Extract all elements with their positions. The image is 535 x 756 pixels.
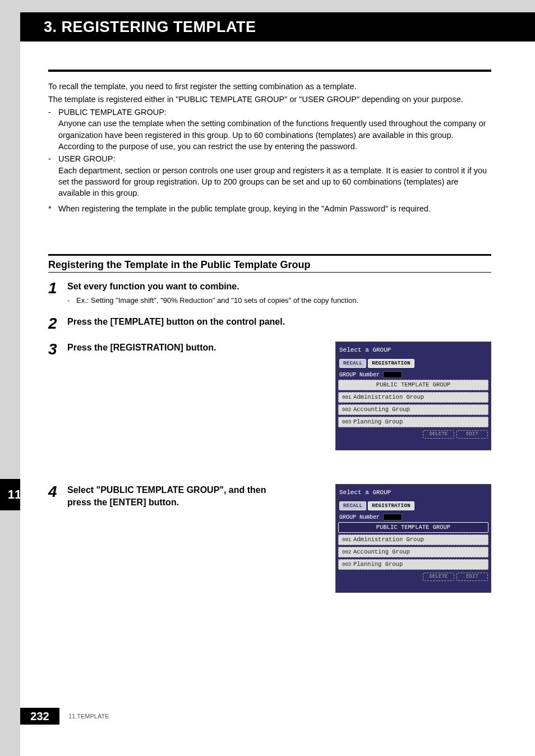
section-rule bbox=[48, 254, 491, 256]
step-2: 2 Press the [TEMPLATE] button on the con… bbox=[48, 316, 491, 331]
step-number: 1 bbox=[48, 280, 67, 306]
footer-chapter: 11.TEMPLATE bbox=[68, 713, 109, 720]
panel-buttons: DELETE EDIT bbox=[336, 429, 491, 439]
bullet-public-group: - PUBLIC TEMPLATE GROUP: Anyone can use … bbox=[48, 107, 491, 152]
step-2-head: Press the [TEMPLATE] button on the contr… bbox=[67, 316, 292, 328]
group-item-002[interactable]: 002Accounting Group bbox=[338, 547, 488, 557]
page-number: 232 bbox=[20, 708, 59, 725]
page-footer: 232 11.TEMPLATE bbox=[20, 708, 535, 725]
step-number: 3 bbox=[48, 342, 67, 450]
step-number: 2 bbox=[48, 316, 67, 331]
group-item-001[interactable]: 001Administration Group bbox=[338, 534, 488, 545]
step-3: 3 Press the [REGISTRATION] button. Selec… bbox=[48, 342, 491, 450]
group-list: PUBLIC TEMPLATE GROUP 001Administration … bbox=[336, 522, 491, 570]
group-list: PUBLIC TEMPLATE GROUP 001Administration … bbox=[336, 380, 491, 427]
step-1: 1 Set every function you want to combine… bbox=[48, 280, 491, 306]
bullet-user-label: USER GROUP: bbox=[58, 153, 116, 164]
page: 3. REGISTERING TEMPLATE To recall the te… bbox=[20, 12, 535, 756]
bullet-dash-icon: - bbox=[48, 153, 58, 164]
step-3-head: Press the [REGISTRATION] button. bbox=[67, 342, 324, 354]
delete-button[interactable]: DELETE bbox=[423, 430, 454, 439]
panel-title: Select a GROUP bbox=[336, 342, 491, 359]
bullet-user-body: Each department, section or person contr… bbox=[48, 165, 491, 199]
group-item-001[interactable]: 001Administration Group bbox=[338, 392, 488, 403]
edit-button[interactable]: EDIT bbox=[456, 430, 488, 439]
intro-paragraph-2: The template is registered either in "PU… bbox=[48, 94, 491, 105]
tab-recall[interactable]: RECALL bbox=[339, 359, 366, 368]
page-background: 11 3. REGISTERING TEMPLATE To recall the… bbox=[0, 0, 535, 756]
lcd-panel-step3: Select a GROUP RECALL REGISTRATION GROUP… bbox=[335, 342, 491, 450]
tab-registration[interactable]: REGISTRATION bbox=[368, 359, 414, 368]
asterisk-icon: * bbox=[48, 203, 58, 214]
group-number-row: GROUP Number bbox=[336, 513, 491, 522]
bullet-public-body: Anyone can use the template when the set… bbox=[48, 118, 491, 152]
edit-button[interactable]: EDIT bbox=[456, 573, 488, 581]
bullet-public-label: PUBLIC TEMPLATE GROUP: bbox=[58, 107, 167, 118]
bullet-dash-icon: - bbox=[48, 107, 58, 118]
bullet-user-group: - USER GROUP: Each department, section o… bbox=[48, 153, 491, 199]
section-header-title: 3. REGISTERING TEMPLATE bbox=[44, 19, 256, 36]
group-item-002[interactable]: 002Accounting Group bbox=[338, 404, 488, 415]
group-number-row: GROUP Number bbox=[336, 370, 491, 380]
lcd-panel-step4: Select a GROUP RECALL REGISTRATION GROUP… bbox=[335, 484, 491, 593]
note-text: When registering the template in the pub… bbox=[58, 203, 431, 214]
step-4: 4 Select "PUBLIC TEMPLATE GROUP", and th… bbox=[48, 484, 491, 593]
group-number-input[interactable] bbox=[383, 371, 402, 378]
step-4-head: Select "PUBLIC TEMPLATE GROUP", and then… bbox=[67, 484, 269, 508]
group-item-public-selected[interactable]: PUBLIC TEMPLATE GROUP bbox=[338, 522, 488, 533]
section-header-bar: 3. REGISTERING TEMPLATE bbox=[20, 12, 535, 42]
intro-paragraph-1: To recall the template, you need to firs… bbox=[48, 81, 491, 93]
subsection-title: Registering the Template in the Public T… bbox=[48, 259, 491, 271]
group-number-label: GROUP Number bbox=[339, 372, 380, 378]
step-1-sub-text: Ex.: Setting "Image shift", "90% Reducti… bbox=[76, 296, 358, 305]
panel-tabs: RECALL REGISTRATION bbox=[336, 359, 491, 370]
tab-recall[interactable]: RECALL bbox=[339, 501, 366, 510]
step-number: 4 bbox=[48, 484, 67, 593]
panel-buttons: DELETE EDIT bbox=[336, 571, 491, 581]
section-rule-thin bbox=[48, 272, 491, 273]
note-row: * When registering the template in the p… bbox=[48, 203, 491, 214]
group-number-label: GROUP Number bbox=[339, 514, 380, 520]
delete-button[interactable]: DELETE bbox=[423, 573, 454, 581]
step-1-head: Set every function you want to combine. bbox=[67, 280, 491, 293]
content-area: To recall the template, you need to firs… bbox=[20, 42, 535, 593]
group-number-input[interactable] bbox=[383, 514, 402, 520]
group-item-003[interactable]: 003Planning Group bbox=[338, 559, 488, 570]
rule-thick bbox=[48, 70, 491, 72]
group-item-003[interactable]: 003Planning Group bbox=[338, 417, 488, 427]
panel-tabs: RECALL REGISTRATION bbox=[336, 501, 491, 513]
group-item-public[interactable]: PUBLIC TEMPLATE GROUP bbox=[338, 380, 488, 390]
step-1-sub: - Ex.: Setting "Image shift", "90% Reduc… bbox=[67, 296, 491, 306]
panel-title: Select a GROUP bbox=[336, 485, 491, 501]
tab-registration[interactable]: REGISTRATION bbox=[368, 501, 414, 510]
